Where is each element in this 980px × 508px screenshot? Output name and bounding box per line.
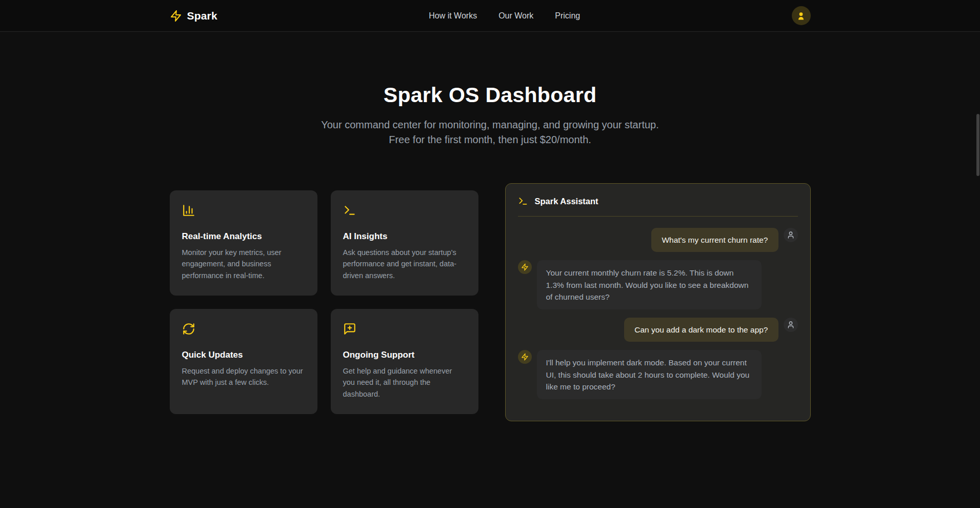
chat-message-assistant: I'll help you implement dark mode. Based… — [518, 350, 798, 399]
page-title: Spark OS Dashboard — [0, 83, 980, 107]
brand-logo[interactable]: Spark — [170, 10, 217, 22]
brand-name: Spark — [187, 10, 217, 22]
feature-card-realtime-analytics: Real-time Analytics Monitor your key met… — [170, 190, 317, 296]
assistant-header: Spark Assistant — [506, 184, 810, 216]
assistant-message-bubble: I'll help you implement dark mode. Based… — [537, 350, 762, 399]
feature-grid: Real-time Analytics Monitor your key met… — [170, 190, 478, 415]
feature-card-ongoing-support: Ongoing Support Get help and guidance wh… — [331, 309, 478, 414]
feature-description: Get help and guidance whenever you need … — [343, 365, 466, 400]
chat-messages: What's my current churn rate? Your curre… — [506, 217, 810, 416]
feature-description: Request and deploy changes to your MVP w… — [182, 365, 305, 388]
spark-assistant-panel: Spark Assistant What's my current churn … — [505, 183, 811, 421]
feature-card-quick-updates: Quick Updates Request and deploy changes… — [170, 309, 317, 414]
feature-card-ai-insights: AI Insights Ask questions about your sta… — [331, 190, 478, 296]
feature-description: Monitor your key metrics, user engagemen… — [182, 247, 305, 281]
scrollbar-thumb[interactable] — [976, 114, 979, 176]
main-content: Real-time Analytics Monitor your key met… — [170, 183, 811, 421]
nav-links: How it Works Our Work Pricing — [429, 11, 580, 21]
feature-title: Quick Updates — [182, 350, 305, 360]
nav-link-how-it-works[interactable]: How it Works — [429, 11, 477, 21]
nav-link-pricing[interactable]: Pricing — [555, 11, 580, 21]
refresh-icon — [182, 322, 305, 336]
page-scrollbar — [976, 0, 980, 508]
top-nav: Spark How it Works Our Work Pricing — [0, 0, 980, 32]
nav-link-our-work[interactable]: Our Work — [498, 11, 533, 21]
bar-chart-icon — [182, 204, 305, 217]
spark-bolt-icon — [518, 260, 532, 274]
feature-title: Real-time Analytics — [182, 231, 305, 242]
assistant-title: Spark Assistant — [535, 197, 598, 206]
spark-bolt-icon — [170, 10, 182, 22]
chat-message-user: Can you add a dark mode to the app? — [518, 318, 798, 342]
spark-bolt-icon — [518, 350, 532, 364]
feature-title: Ongoing Support — [343, 350, 466, 360]
feature-description: Ask questions about your startup's perfo… — [343, 247, 466, 281]
assistant-message-bubble: Your current monthly churn rate is 5.2%.… — [537, 260, 762, 309]
message-square-plus-icon — [343, 322, 466, 336]
chat-message-user: What's my current churn rate? — [518, 228, 798, 252]
hero-section: Spark OS Dashboard Your command center f… — [0, 83, 980, 147]
user-message-bubble: Can you add a dark mode to the app? — [624, 318, 778, 342]
user-icon — [784, 318, 798, 332]
user-avatar-icon — [796, 11, 806, 21]
page-subtitle: Your command center for monitoring, mana… — [313, 118, 667, 147]
chat-message-assistant: Your current monthly churn rate is 5.2%.… — [518, 260, 798, 309]
feature-title: AI Insights — [343, 231, 466, 242]
terminal-icon — [343, 204, 466, 217]
user-icon — [784, 228, 798, 242]
account-button[interactable] — [792, 6, 811, 25]
terminal-icon — [518, 196, 528, 206]
user-message-bubble: What's my current churn rate? — [651, 228, 778, 252]
